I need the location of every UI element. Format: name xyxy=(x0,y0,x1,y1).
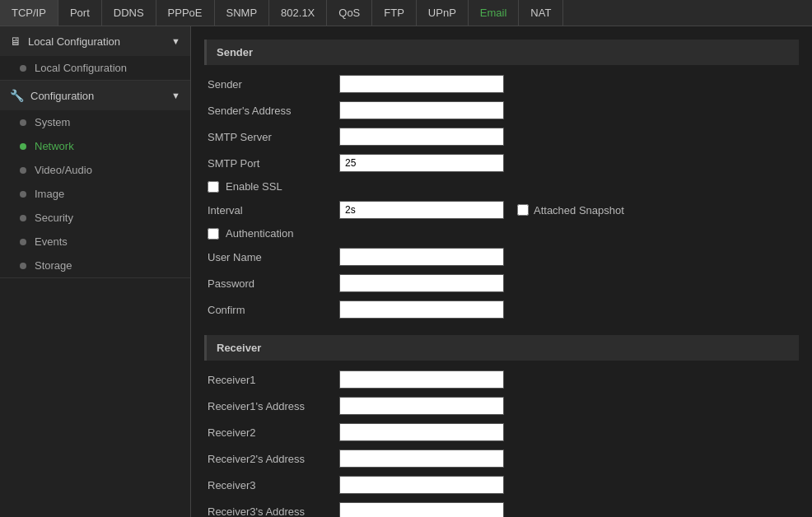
interval-label: Interval xyxy=(208,204,339,217)
dot-icon xyxy=(20,191,26,198)
sidebar-label-system: System xyxy=(35,116,70,128)
local-config-arrow: ▼ xyxy=(171,36,180,46)
tab-nat[interactable]: NAT xyxy=(519,0,563,26)
sender-smtp-port-label: SMTP Port xyxy=(208,157,339,170)
receiver-receiver1-row: Receiver1 xyxy=(204,370,799,389)
sidebar-label-security: Security xyxy=(35,212,73,224)
top-nav-tabs: TCP/IPPortDDNSPPPoESNMP802.1XQoSFTPUPnPE… xyxy=(0,0,812,26)
receiver-receiver2-input[interactable] xyxy=(339,423,504,441)
tab-email[interactable]: Email xyxy=(469,0,520,26)
wrench-icon: 🔧 xyxy=(10,89,24,102)
sidebar-item-events[interactable]: Events xyxy=(0,230,190,254)
tab-snmp[interactable]: SNMP xyxy=(215,0,270,26)
sender-fields: SenderSender's AddressSMTP ServerSMTP Po… xyxy=(204,75,799,172)
sidebar-item-network[interactable]: Network xyxy=(0,134,190,158)
local-config-header-label: Local Configuration xyxy=(28,35,120,48)
main-layout: 🖥 Local Configuration ▼ Local Configurat… xyxy=(0,26,812,517)
receiver-receiver3-address-row: Receiver3's Address xyxy=(204,502,799,517)
sender-smtp-server-input[interactable] xyxy=(339,128,504,146)
sidebar-item-storage[interactable]: Storage xyxy=(0,254,190,277)
sidebar-item-security[interactable]: Security xyxy=(0,206,190,230)
tab-ftp[interactable]: FTP xyxy=(372,0,417,26)
sidebar-label-storage: Storage xyxy=(35,259,72,272)
user-name-label: User Name xyxy=(208,251,339,263)
sidebar-label-network: Network xyxy=(35,140,74,152)
receiver-fields: Receiver1Receiver1's AddressReceiver2Rec… xyxy=(204,370,799,517)
sender-smtp-server-row: SMTP Server xyxy=(204,128,799,146)
receiver-receiver1-address-input[interactable] xyxy=(339,397,504,415)
main-content: Sender SenderSender's AddressSMTP Server… xyxy=(191,26,812,517)
enable-ssl-checkbox[interactable] xyxy=(208,181,219,193)
confirm-label: Confirm xyxy=(208,304,339,316)
local-config-section: 🖥 Local Configuration ▼ Local Configurat… xyxy=(0,26,190,81)
sender-sender-label: Sender xyxy=(208,78,339,91)
dot-icon xyxy=(20,65,26,72)
receiver-receiver3-address-label: Receiver3's Address xyxy=(208,505,339,518)
sidebar-label-video-audio: Video/Audio xyxy=(35,164,92,176)
receiver-receiver1-address-label: Receiver1's Address xyxy=(208,400,339,412)
receiver-receiver2-label: Receiver2 xyxy=(208,426,339,439)
user-name-input[interactable] xyxy=(339,248,504,266)
password-label: Password xyxy=(208,277,339,290)
receiver-receiver3-address-input[interactable] xyxy=(339,502,504,517)
sidebar: 🖥 Local Configuration ▼ Local Configurat… xyxy=(0,26,191,517)
sender-smtp-port-input[interactable] xyxy=(339,154,504,172)
sender-senders-address-row: Sender's Address xyxy=(204,101,799,119)
receiver-receiver3-label: Receiver3 xyxy=(208,479,339,491)
sender-sender-input[interactable] xyxy=(339,75,504,93)
dot-icon xyxy=(20,215,26,221)
config-header-label: Configuration xyxy=(30,90,94,102)
dot-icon xyxy=(20,119,26,126)
configuration-section: 🔧 Configuration ▼ SystemNetworkVideo/Aud… xyxy=(0,81,190,278)
tab-tcpip[interactable]: TCP/IP xyxy=(0,0,58,26)
sidebar-item-local-configuration[interactable]: Local Configuration xyxy=(0,56,190,80)
sidebar-item-video-audio[interactable]: Video/Audio xyxy=(0,158,190,182)
receiver-receiver2-row: Receiver2 xyxy=(204,423,799,441)
password-row: Password xyxy=(204,274,799,292)
attached-snapshot-container: Attached Snapshot xyxy=(517,204,624,217)
sender-smtp-port-row: SMTP Port xyxy=(204,154,799,172)
config-header[interactable]: 🔧 Configuration ▼ xyxy=(0,81,190,110)
receiver-receiver2-address-row: Receiver2's Address xyxy=(204,449,799,468)
dot-icon xyxy=(20,263,26,269)
monitor-icon: 🖥 xyxy=(10,35,21,48)
sender-section-header: Sender xyxy=(204,40,799,65)
local-config-item-label: Local Configuration xyxy=(35,62,127,74)
sidebar-label-events: Events xyxy=(35,235,68,248)
attached-snapshot-label[interactable]: Attached Snapshot xyxy=(534,204,624,217)
sender-senders-address-label: Sender's Address xyxy=(208,105,339,117)
receiver-receiver1-input[interactable] xyxy=(339,370,504,389)
sidebar-item-system[interactable]: System xyxy=(0,110,190,134)
tab-port[interactable]: Port xyxy=(58,0,102,26)
tab-pppoe[interactable]: PPPoE xyxy=(156,0,215,26)
authentication-checkbox[interactable] xyxy=(208,228,219,240)
tab-upnp[interactable]: UPnP xyxy=(417,0,469,26)
local-config-header[interactable]: 🖥 Local Configuration ▼ xyxy=(0,26,190,56)
receiver-receiver3-input[interactable] xyxy=(339,476,504,494)
tab-ddns[interactable]: DDNS xyxy=(102,0,156,26)
receiver-receiver2-address-label: Receiver2's Address xyxy=(208,453,339,465)
enable-ssl-row: Enable SSL xyxy=(204,180,799,193)
password-input[interactable] xyxy=(339,274,504,292)
sender-sender-row: Sender xyxy=(204,75,799,93)
enable-ssl-label[interactable]: Enable SSL xyxy=(226,180,282,193)
authentication-label[interactable]: Authentication xyxy=(226,227,293,240)
sidebar-nav-items: SystemNetworkVideo/AudioImageSecurityEve… xyxy=(0,110,190,277)
receiver-receiver1-label: Receiver1 xyxy=(208,374,339,386)
tab-8021x[interactable]: 802.1X xyxy=(269,0,327,26)
receiver-receiver2-address-input[interactable] xyxy=(339,449,504,468)
attached-snapshot-checkbox[interactable] xyxy=(517,204,529,216)
interval-input[interactable] xyxy=(339,201,504,219)
sidebar-label-image: Image xyxy=(35,188,64,200)
tab-qos[interactable]: QoS xyxy=(327,0,372,26)
receiver-receiver3-row: Receiver3 xyxy=(204,476,799,494)
receiver-receiver1-address-row: Receiver1's Address xyxy=(204,397,799,415)
receiver-section-header: Receiver xyxy=(204,335,799,361)
receiver-section: Receiver Receiver1Receiver1's AddressRec… xyxy=(204,335,799,517)
sidebar-item-image[interactable]: Image xyxy=(0,182,190,206)
sender-senders-address-input[interactable] xyxy=(339,101,504,119)
confirm-input[interactable] xyxy=(339,300,504,319)
sender-section: Sender SenderSender's AddressSMTP Server… xyxy=(204,40,799,319)
config-arrow: ▼ xyxy=(171,91,180,100)
authentication-row: Authentication xyxy=(204,227,799,240)
